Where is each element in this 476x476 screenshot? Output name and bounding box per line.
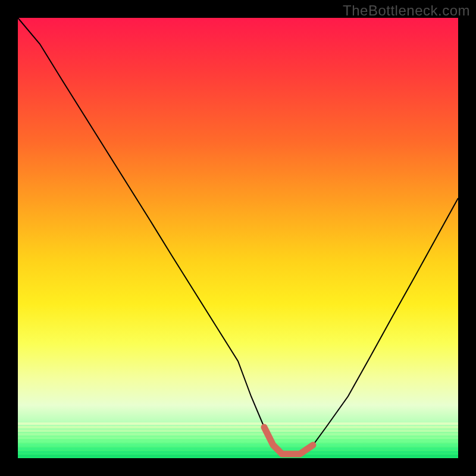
highlight-segment-path	[264, 427, 313, 454]
curve-layer	[18, 18, 458, 458]
watermark-text: TheBottleneck.com	[343, 2, 470, 19]
chart-frame: TheBottleneck.com	[0, 0, 476, 476]
plot-area	[18, 18, 458, 458]
bottleneck-curve-path	[18, 18, 458, 454]
